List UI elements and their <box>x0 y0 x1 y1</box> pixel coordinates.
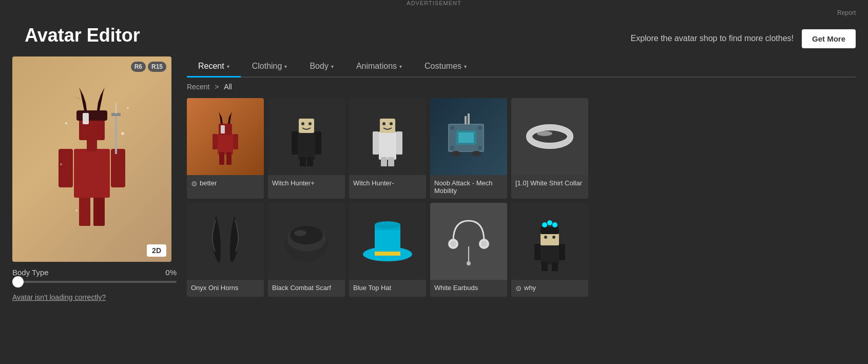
svg-point-43 <box>478 126 482 130</box>
svg-rect-48 <box>465 116 467 124</box>
body-type-section: Body Type 0% <box>12 268 177 283</box>
item-card-why[interactable]: ⚙ why <box>511 203 588 297</box>
item-card-better[interactable]: ⚙ better <box>187 98 264 199</box>
item-image-noob-attack <box>430 98 507 175</box>
breadcrumb-parent[interactable]: Recent <box>187 83 209 91</box>
tab-costumes[interactable]: Costumes ▾ <box>413 56 478 78</box>
svg-point-65 <box>450 241 456 247</box>
svg-rect-17 <box>218 134 233 155</box>
item-label-better: ⚙ better <box>187 175 264 192</box>
ad-label: ADVERTISEMENT <box>0 0 868 6</box>
item-card-white-earbuds[interactable]: White Earbuds <box>430 203 507 297</box>
item-svg-better <box>202 106 248 167</box>
item-name-onyx-oni: Onyx Oni Horns <box>191 284 238 292</box>
svg-point-54 <box>537 131 552 136</box>
svg-rect-76 <box>541 227 559 234</box>
item-card-white-collar[interactable]: [1.0] White Shirt Collar <box>511 98 588 199</box>
svg-point-58 <box>294 230 306 236</box>
body-type-slider[interactable] <box>12 281 177 283</box>
item-card-black-combat-scarf[interactable]: Black Combat Scarf <box>268 203 345 297</box>
item-name-better: better <box>200 179 217 187</box>
body-type-value: 0% <box>165 268 177 277</box>
svg-point-67 <box>481 241 487 247</box>
item-svg-white-earbuds <box>438 210 499 272</box>
report-link[interactable]: Report <box>0 9 868 16</box>
svg-rect-47 <box>458 132 474 143</box>
item-card-noob-attack[interactable]: Noob Attack - Mech Mobility <box>430 98 507 199</box>
svg-point-13 <box>121 132 124 135</box>
svg-point-31 <box>308 122 312 125</box>
svg-rect-1 <box>93 195 105 226</box>
svg-rect-33 <box>373 131 379 155</box>
svg-point-38 <box>382 122 385 125</box>
svg-rect-71 <box>534 244 541 260</box>
item-name-witch-hunter-minus: Witch Hunter- <box>353 179 394 187</box>
svg-rect-73 <box>542 262 548 271</box>
item-name-why: why <box>524 284 536 292</box>
svg-rect-24 <box>298 131 315 160</box>
badge-r6[interactable]: R6 <box>131 62 146 72</box>
item-label-white-collar: [1.0] White Shirt Collar <box>511 175 588 191</box>
svg-point-39 <box>390 122 393 125</box>
svg-rect-28 <box>307 157 313 166</box>
svg-rect-8 <box>83 113 89 124</box>
main-layout: R6 R15 <box>0 56 868 301</box>
svg-point-78 <box>547 220 552 225</box>
item-image-blue-top-hat <box>349 203 426 280</box>
svg-point-30 <box>301 122 304 125</box>
page-title: Avatar Editor <box>12 25 152 52</box>
svg-rect-2 <box>74 149 110 198</box>
svg-rect-37 <box>380 119 395 133</box>
tab-clothing[interactable]: Clothing ▾ <box>241 56 299 78</box>
svg-point-79 <box>552 222 557 227</box>
svg-rect-34 <box>396 131 402 155</box>
svg-rect-20 <box>219 152 224 165</box>
svg-rect-22 <box>219 124 232 135</box>
svg-rect-4 <box>111 149 125 187</box>
svg-rect-9 <box>115 113 117 154</box>
items-grid: ⚙ better <box>187 98 856 297</box>
item-card-onyx-oni[interactable]: Onyx Oni Horns <box>187 203 264 297</box>
item-svg-black-combat-scarf <box>276 210 337 272</box>
breadcrumb-current[interactable]: All <box>224 83 232 91</box>
item-label-why: ⚙ why <box>511 280 588 297</box>
item-label-witch-hunter-minus: Witch Hunter- <box>349 175 426 191</box>
item-image-witch-hunter-plus <box>268 98 345 175</box>
svg-point-69 <box>467 261 471 265</box>
item-image-black-combat-scarf <box>268 203 345 280</box>
gear-icon-better[interactable]: ⚙ <box>191 180 198 188</box>
svg-point-45 <box>478 146 482 150</box>
svg-point-51 <box>471 151 481 156</box>
badge-r15[interactable]: R15 <box>148 62 166 72</box>
tab-body[interactable]: Body ▾ <box>298 56 344 78</box>
item-label-witch-hunter-plus: Witch Hunter+ <box>268 175 345 191</box>
item-card-witch-hunter-plus[interactable]: Witch Hunter+ <box>268 98 345 199</box>
avatar-2d-button[interactable]: 2D <box>147 244 166 257</box>
tab-recent[interactable]: Recent ▾ <box>187 56 241 78</box>
svg-rect-23 <box>221 125 225 133</box>
get-more-button[interactable]: Get More <box>802 29 856 48</box>
item-label-noob-attack: Noob Attack - Mech Mobility <box>430 175 507 199</box>
svg-rect-26 <box>315 131 321 155</box>
svg-rect-74 <box>552 262 558 271</box>
item-image-onyx-oni <box>187 203 264 280</box>
body-type-row: Body Type 0% <box>12 268 177 277</box>
gear-icon-why[interactable]: ⚙ <box>515 284 522 293</box>
tab-animations-label: Animations <box>356 62 397 71</box>
item-svg-witch-hunter-plus <box>283 106 330 167</box>
breadcrumb-sep: > <box>215 83 221 91</box>
item-svg-witch-hunter-minus <box>364 106 411 167</box>
svg-rect-61 <box>375 252 400 256</box>
slider-thumb[interactable] <box>12 276 24 288</box>
item-card-witch-hunter-minus[interactable]: Witch Hunter- <box>349 98 426 199</box>
svg-rect-25 <box>292 131 298 155</box>
item-svg-onyx-oni <box>195 210 256 272</box>
tabs: Recent ▾ Clothing ▾ Body ▾ Animations ▾ … <box>187 56 856 78</box>
item-name-blue-top-hat: Blue Top Hat <box>353 284 391 292</box>
avatar-loading-link[interactable]: Avatar isn't loading correctly? <box>12 293 177 301</box>
item-name-black-combat-scarf: Black Combat Scarf <box>272 284 331 292</box>
tab-animations[interactable]: Animations ▾ <box>345 56 413 78</box>
item-name-witch-hunter-plus: Witch Hunter+ <box>272 179 315 187</box>
svg-rect-49 <box>468 113 470 124</box>
item-card-blue-top-hat[interactable]: Blue Top Hat <box>349 203 426 297</box>
